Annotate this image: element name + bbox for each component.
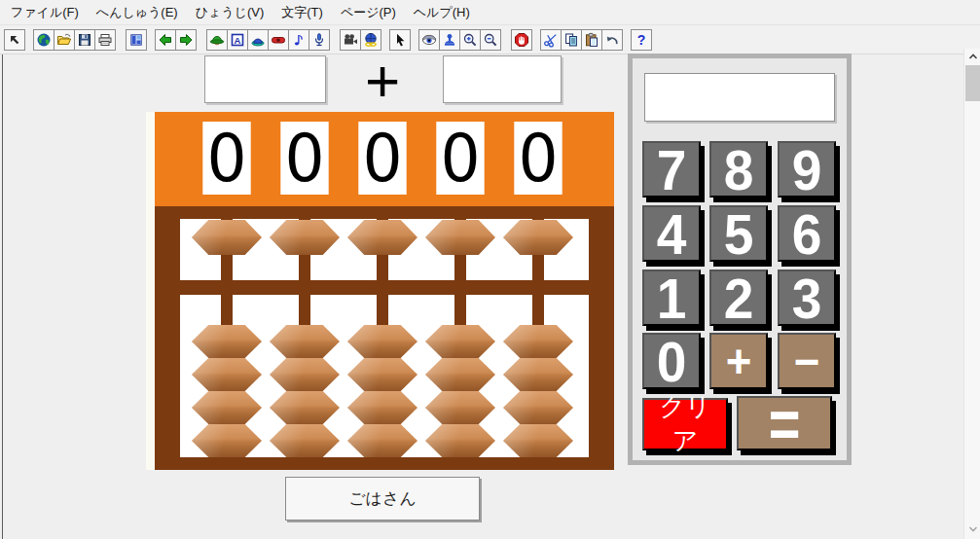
gohasan-reset-button[interactable]: ごはさん — [285, 477, 480, 521]
save-button[interactable] — [74, 29, 95, 51]
abacus-earth-bead[interactable] — [425, 391, 495, 424]
abacus-heaven-bead[interactable] — [425, 220, 495, 255]
key-0[interactable]: 0 — [642, 333, 701, 389]
eye-button[interactable] — [418, 29, 440, 51]
music-note-button[interactable] — [288, 29, 309, 51]
copy-button[interactable] — [561, 29, 582, 51]
stamp-button[interactable] — [439, 29, 460, 51]
abacus-earth-bead[interactable] — [270, 424, 340, 457]
abacus-earth-bead[interactable] — [270, 391, 340, 424]
abacus-heaven-bead[interactable] — [503, 220, 573, 255]
left-operand-input[interactable] — [204, 55, 326, 103]
key-8[interactable]: 8 — [709, 141, 768, 198]
abacus-earth-bead[interactable] — [425, 358, 495, 391]
layout-table-button[interactable] — [126, 29, 147, 51]
menu-text[interactable]: 文字(T) — [272, 4, 332, 21]
scrollbar-up-button[interactable] — [964, 49, 980, 64]
key-2[interactable]: 2 — [709, 270, 768, 326]
scrollbar-thumb[interactable] — [965, 65, 980, 101]
abacus-left-strip — [146, 112, 155, 470]
key-5[interactable]: 5 — [709, 205, 768, 262]
open-folder-icon — [56, 32, 72, 48]
save-icon — [77, 32, 92, 48]
key-4[interactable]: 4 — [642, 205, 701, 262]
zoom-in-icon — [462, 32, 478, 48]
zoom-in-button[interactable] — [459, 29, 481, 51]
microphone-icon — [311, 32, 327, 48]
nw-arrow-button[interactable] — [4, 29, 25, 51]
equals-button[interactable]: = — [737, 396, 832, 450]
letter-a-button[interactable]: A — [227, 29, 248, 51]
abacus-reckoning-bar — [180, 280, 589, 295]
print-button[interactable] — [94, 29, 116, 51]
menu-view[interactable]: ひょうじ(V) — [187, 4, 273, 21]
character-hat-button[interactable] — [206, 29, 228, 51]
menu-help[interactable]: ヘルプ(H) — [405, 4, 479, 21]
scissors-button[interactable] — [540, 29, 562, 51]
digit-card-4: 0 — [436, 122, 484, 195]
right-operand-input[interactable] — [443, 55, 562, 103]
digit-card-5: 0 — [514, 122, 562, 195]
clear-button[interactable]: クリア — [642, 398, 728, 450]
stop-hand-button[interactable] — [511, 29, 532, 51]
svg-text:?: ? — [637, 32, 646, 48]
key-1[interactable]: 1 — [642, 270, 701, 326]
back-button[interactable] — [155, 29, 176, 51]
abacus-earth-bead[interactable] — [425, 325, 495, 358]
music-note-icon — [291, 32, 307, 48]
buzzer-button[interactable] — [247, 29, 269, 51]
copy-icon — [563, 32, 579, 48]
abacus-earth-bead[interactable] — [192, 325, 262, 358]
key-3[interactable]: 3 — [778, 270, 836, 326]
undo-button[interactable] — [601, 29, 623, 51]
svg-text:A: A — [235, 35, 241, 46]
menu-file[interactable]: ファイル(F) — [2, 4, 88, 21]
abacus-earth-bead[interactable] — [347, 391, 417, 424]
abacus-heaven-bead[interactable] — [192, 220, 262, 255]
print-icon — [97, 32, 113, 48]
abacus-earth-bead[interactable] — [192, 358, 262, 391]
abacus-earth-bead[interactable] — [503, 358, 573, 391]
key-minus[interactable]: − — [778, 333, 836, 389]
help-button[interactable]: ? — [631, 29, 652, 51]
forward-button[interactable] — [175, 29, 197, 51]
help-icon: ? — [634, 32, 649, 48]
stamp-icon — [442, 32, 457, 48]
character-hat-icon — [209, 32, 225, 48]
digit-card-2: 0 — [280, 122, 328, 195]
abacus-earth-bead[interactable] — [347, 358, 417, 391]
abacus-earth-bead[interactable] — [192, 391, 262, 424]
key-9[interactable]: 9 — [778, 141, 836, 198]
toolbar: A ? — [0, 26, 980, 54]
back-arrow-icon — [158, 32, 173, 48]
abacus-frame — [155, 206, 614, 470]
work-area-left-border — [2, 54, 3, 539]
abacus-earth-bead[interactable] — [425, 424, 495, 457]
abacus-earth-bead[interactable] — [192, 424, 262, 457]
microphone-button[interactable] — [309, 29, 330, 51]
key-7[interactable]: 7 — [642, 141, 701, 198]
key-plus[interactable]: + — [709, 333, 768, 389]
paste-button[interactable] — [581, 29, 602, 51]
menu-page[interactable]: ページ(P) — [332, 4, 405, 21]
zoom-out-icon — [483, 32, 498, 48]
calculator-display[interactable] — [644, 73, 835, 122]
abacus-earth-bead[interactable] — [347, 424, 417, 457]
abacus-heaven-bead[interactable] — [270, 220, 340, 255]
abacus-heaven-bead[interactable] — [347, 220, 417, 255]
abacus-earth-bead[interactable] — [347, 325, 417, 358]
abacus-earth-bead[interactable] — [503, 391, 573, 424]
globe-button[interactable] — [33, 29, 54, 51]
movie-camera-button[interactable] — [340, 29, 361, 51]
plus-operator-label: + — [353, 52, 412, 108]
scrollbar-down-button[interactable] — [964, 521, 980, 537]
abacus-earth-bead[interactable] — [503, 325, 573, 358]
key-6[interactable]: 6 — [778, 205, 836, 262]
abacus-earth-bead[interactable] — [503, 424, 573, 457]
stereo-viewer-button[interactable] — [268, 29, 289, 51]
abacus-earth-bead[interactable] — [270, 358, 340, 391]
zoom-out-button[interactable] — [480, 29, 501, 51]
open-folder-button[interactable] — [54, 29, 75, 51]
abacus-earth-bead[interactable] — [270, 325, 340, 358]
menu-edit[interactable]: へんしゅう(E) — [88, 4, 187, 21]
